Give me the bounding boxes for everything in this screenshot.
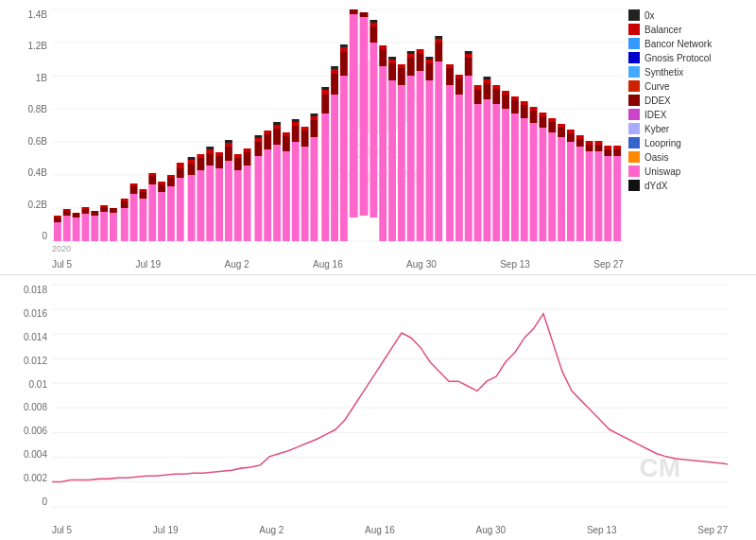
svg-rect-89 (292, 119, 300, 122)
svg-rect-88 (292, 122, 300, 126)
svg-rect-63 (225, 147, 232, 161)
svg-rect-143 (446, 68, 454, 85)
legend-color-idex (628, 109, 640, 120)
svg-rect-138 (435, 61, 442, 241)
legend-color-balancer (628, 24, 640, 35)
svg-rect-58 (206, 147, 214, 149)
svg-rect-120 (388, 80, 396, 241)
legend-color-synthetix (628, 66, 640, 78)
svg-rect-126 (398, 64, 405, 68)
svg-rect-158 (483, 77, 490, 79)
svg-rect-182 (558, 124, 565, 128)
svg-rect-188 (576, 135, 584, 139)
svg-rect-169 (521, 105, 528, 118)
bottom-line-chart-svg (52, 285, 728, 507)
svg-rect-29 (130, 194, 138, 241)
svg-rect-78 (264, 131, 271, 134)
svg-rect-127 (407, 76, 415, 241)
svg-rect-149 (465, 58, 472, 76)
svg-rect-189 (586, 151, 593, 241)
svg-rect-111 (360, 17, 369, 216)
svg-rect-22 (100, 207, 108, 212)
svg-rect-166 (511, 100, 519, 113)
svg-rect-51 (188, 157, 196, 160)
x-label-sep13: Sep 13 (500, 259, 530, 270)
y-label-1b: 1B (36, 73, 47, 83)
svg-rect-99 (321, 90, 329, 95)
svg-rect-101 (331, 95, 338, 241)
legend-label-idex: IDEX (644, 110, 666, 120)
svg-rect-37 (148, 173, 156, 176)
top-y-axis: 1.4B 1.2B 1B 0.8B 0.6B 0.4B 0.2B 0 (0, 9, 52, 241)
svg-rect-112 (360, 12, 369, 17)
svg-rect-102 (331, 74, 338, 95)
y-label-0-bottom: 0 (42, 496, 47, 507)
svg-rect-163 (502, 95, 509, 109)
svg-rect-72 (254, 156, 262, 241)
legend-color-gnosis (628, 52, 640, 63)
legend-color-oasis (628, 151, 640, 163)
top-chart: 1.4B 1.2B 1B 0.8B 0.6B 0.4B 0.2B 0 Jul 5… (0, 0, 756, 274)
svg-rect-73 (254, 142, 262, 156)
legend-label-synthetix: Synthetix (644, 67, 683, 78)
bar-group-sep6 (379, 36, 442, 241)
svg-rect-114 (369, 26, 377, 43)
svg-rect-20 (91, 211, 98, 216)
legend-color-loopring (628, 137, 640, 148)
svg-rect-117 (379, 66, 387, 241)
svg-rect-107 (340, 47, 348, 52)
legend-item-gnosis: Gnosis Protocol (628, 52, 751, 63)
legend-item-dydx: dYdX (628, 180, 751, 191)
legend-color-dydx (628, 180, 640, 191)
svg-rect-16 (81, 214, 89, 241)
svg-rect-41 (167, 186, 175, 241)
y-label-0.006: 0.006 (24, 426, 47, 436)
legend-label-curve: Curve (644, 81, 670, 92)
svg-rect-75 (254, 135, 262, 138)
svg-rect-28 (121, 199, 129, 201)
svg-rect-122 (388, 60, 396, 63)
svg-rect-39 (158, 184, 165, 192)
svg-rect-54 (197, 154, 204, 158)
bottom-y-axis: 0.018 0.016 0.014 0.012 0.01 0.008 0.006… (0, 285, 52, 507)
svg-rect-123 (388, 57, 396, 60)
svg-rect-148 (465, 76, 472, 241)
svg-rect-33 (139, 192, 146, 199)
legend-color-bancor (628, 38, 640, 49)
svg-rect-50 (188, 160, 196, 164)
svg-rect-70 (244, 152, 251, 165)
svg-rect-83 (283, 151, 290, 241)
svg-rect-118 (379, 49, 387, 66)
svg-rect-65 (225, 140, 232, 143)
y-label-0.6b: 0.6B (27, 136, 47, 147)
svg-rect-26 (121, 208, 129, 241)
svg-rect-175 (539, 116, 546, 128)
bar-group-aug1 (188, 140, 251, 241)
svg-rect-132 (417, 53, 424, 71)
svg-rect-176 (539, 113, 546, 116)
svg-rect-119 (379, 45, 387, 49)
top-bar-chart-area (52, 9, 624, 241)
svg-rect-15 (73, 213, 80, 218)
svg-rect-23 (100, 205, 108, 207)
y-label-0.014: 0.014 (24, 332, 47, 342)
svg-rect-140 (435, 39, 442, 43)
svg-rect-12 (63, 211, 71, 216)
svg-rect-36 (148, 176, 156, 184)
svg-rect-160 (492, 89, 500, 104)
svg-rect-76 (264, 149, 271, 241)
bar-group-sep20 (446, 51, 621, 241)
bx-label-sep13: Sep 13 (587, 525, 617, 535)
svg-rect-167 (511, 96, 519, 100)
svg-rect-67 (234, 158, 242, 170)
svg-rect-55 (206, 165, 214, 241)
svg-rect-199 (613, 149, 621, 156)
svg-rect-134 (425, 80, 433, 241)
svg-rect-108 (340, 44, 348, 47)
svg-rect-93 (310, 137, 318, 241)
svg-rect-94 (310, 120, 318, 137)
svg-rect-56 (206, 153, 214, 165)
bar-group-jul12 (121, 163, 184, 241)
svg-rect-60 (215, 156, 223, 168)
y-label-0.01: 0.01 (29, 379, 47, 390)
